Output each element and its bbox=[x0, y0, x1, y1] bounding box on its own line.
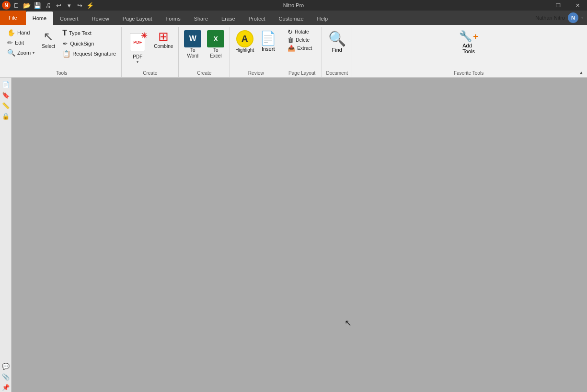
ribbon-group-tools: ✋ Hand ✏ Edit 🔍 Zoom ▾ ↖ Select bbox=[2, 27, 122, 77]
user-avatar: N bbox=[568, 12, 578, 23]
type-text-tool[interactable]: T Type Text bbox=[60, 28, 118, 38]
sidebar-bookmark-icon[interactable]: 🔖 bbox=[1, 90, 11, 100]
tools-items: ✋ Hand ✏ Edit 🔍 Zoom ▾ ↖ Select bbox=[5, 27, 118, 70]
to-excel-btn[interactable]: X ToExcel bbox=[205, 28, 227, 60]
zoom-icon: 🔍 bbox=[7, 49, 15, 57]
user-area[interactable]: Nathan Nitro N ▾ bbox=[535, 12, 583, 23]
document-items: 🔍 Find bbox=[325, 27, 349, 70]
add-tools-btn[interactable]: 🔧 + AddTools bbox=[454, 28, 483, 57]
extract-btn[interactable]: 📤 Extract bbox=[285, 44, 319, 52]
select-icon: ↖ bbox=[43, 30, 54, 43]
select-label: Select bbox=[42, 44, 55, 49]
find-btn[interactable]: 🔍 Find bbox=[325, 28, 349, 55]
insert-icon: 📄 bbox=[260, 30, 276, 46]
to-excel-label: ToExcel bbox=[210, 47, 221, 59]
left-sidebar: 📄 🔖 📏 🔒 💬 📎 📌 bbox=[0, 78, 12, 392]
user-dropdown-arrow: ▾ bbox=[581, 16, 583, 20]
document-group-label: Document bbox=[326, 70, 348, 77]
undo-dropdown-btn[interactable]: ▾ bbox=[64, 1, 74, 10]
tab-protect[interactable]: Protect bbox=[242, 12, 272, 25]
select-btn[interactable]: ↖ Select bbox=[38, 28, 59, 51]
review-group-label: Review bbox=[248, 70, 264, 77]
quicksign-label: QuickSign bbox=[70, 41, 94, 46]
convert-group-label: Create bbox=[197, 70, 211, 77]
tab-convert[interactable]: Convert bbox=[53, 12, 85, 25]
convert-items: W ToWord X ToExcel bbox=[182, 27, 227, 70]
insert-btn[interactable]: 📄 Insert bbox=[257, 28, 279, 54]
page-layout-items: ↻ Rotate 🗑 Delete 📤 Extract bbox=[285, 27, 319, 70]
combine-icon: ⊞ bbox=[158, 30, 169, 43]
page-layout-stack: ↻ Rotate 🗑 Delete 📤 Extract bbox=[285, 28, 319, 52]
type-text-label: Type Text bbox=[69, 30, 92, 36]
sidebar-comment-icon[interactable]: 💬 bbox=[1, 361, 11, 371]
highlight-btn[interactable]: A Highlight bbox=[233, 28, 256, 55]
maximize-btn[interactable]: ❐ bbox=[549, 0, 568, 11]
rotate-btn[interactable]: ↻ Rotate bbox=[285, 28, 319, 36]
sidebar-thumbnail-icon[interactable]: 📄 bbox=[1, 80, 11, 89]
minimize-btn[interactable]: — bbox=[529, 0, 549, 11]
edit-label: Edit bbox=[15, 40, 24, 46]
tools-column-type: T Type Text ✒ QuickSign 📋 Request Signat… bbox=[60, 28, 118, 58]
request-signature-tool[interactable]: 📋 Request Signature bbox=[60, 49, 118, 58]
sidebar-pin-icon[interactable]: 📌 bbox=[1, 382, 11, 392]
edit-icon: ✏ bbox=[7, 39, 13, 46]
tab-share[interactable]: Share bbox=[187, 12, 215, 25]
ribbon-group-page-layout: ↻ Rotate 🗑 Delete 📤 Extract Page Layout bbox=[282, 27, 322, 77]
delete-btn[interactable]: 🗑 Delete bbox=[285, 36, 319, 44]
rotate-label: Rotate bbox=[295, 29, 309, 35]
add-tools-icon: 🔧 bbox=[459, 30, 472, 43]
ribbon-collapse-btn[interactable]: ▲ bbox=[577, 69, 585, 76]
pdf-body: PDF ✳ bbox=[130, 33, 145, 51]
find-icon: 🔍 bbox=[328, 30, 346, 47]
type-text-icon: T bbox=[62, 29, 67, 37]
word-icon: W bbox=[184, 30, 201, 47]
open-btn[interactable]: 📂 bbox=[22, 1, 32, 10]
window-controls: — ❐ ✕ bbox=[529, 0, 587, 11]
extract-icon: 📤 bbox=[288, 45, 295, 52]
tab-file[interactable]: File bbox=[0, 11, 26, 25]
undo-btn[interactable]: ↩ bbox=[54, 1, 63, 10]
favorite-tools-group-label: Favorite Tools bbox=[454, 70, 483, 77]
tab-review[interactable]: Review bbox=[85, 12, 116, 25]
edit-tool[interactable]: ✏ Edit bbox=[5, 38, 37, 47]
favorite-tools-items: 🔧 + AddTools bbox=[454, 27, 483, 70]
hand-tool[interactable]: ✋ Hand bbox=[5, 28, 37, 37]
ribbon-group-create: PDF ✳ PDF ▾ ⊞ Combine Create bbox=[122, 27, 179, 77]
redo-btn[interactable]: ↪ bbox=[75, 1, 84, 10]
customize-qat-btn[interactable]: ⚡ bbox=[85, 1, 95, 10]
tab-help[interactable]: Help bbox=[311, 12, 335, 25]
create-items: PDF ✳ PDF ▾ ⊞ Combine bbox=[125, 27, 175, 70]
tab-home[interactable]: Home bbox=[26, 12, 53, 25]
main-content-area bbox=[12, 78, 587, 392]
tab-page-layout[interactable]: Page Layout bbox=[116, 12, 159, 25]
pdf-btn[interactable]: PDF ✳ PDF ▾ bbox=[125, 28, 150, 66]
quicksign-tool[interactable]: ✒ QuickSign bbox=[60, 39, 118, 48]
ribbon: ✋ Hand ✏ Edit 🔍 Zoom ▾ ↖ Select bbox=[0, 25, 587, 78]
ribbon-group-document: 🔍 Find Document bbox=[322, 27, 352, 77]
request-sig-label: Request Signature bbox=[72, 51, 116, 57]
pdf-icon: PDF ✳ bbox=[127, 30, 148, 54]
save-btn[interactable]: 💾 bbox=[33, 1, 42, 10]
tab-forms[interactable]: Forms bbox=[159, 12, 187, 25]
sidebar-measure-icon[interactable]: 📏 bbox=[1, 101, 11, 110]
pdf-label: PDF bbox=[133, 54, 142, 60]
sidebar-attachment-icon[interactable]: 📎 bbox=[1, 372, 11, 381]
combine-btn[interactable]: ⊞ Combine bbox=[151, 28, 175, 51]
to-word-btn[interactable]: W ToWord bbox=[182, 28, 204, 60]
close-btn[interactable]: ✕ bbox=[568, 0, 587, 11]
review-items: A Highlight 📄 Insert bbox=[233, 27, 279, 70]
tab-erase[interactable]: Erase bbox=[215, 12, 242, 25]
pdf-dropdown-arrow: ▾ bbox=[137, 60, 138, 64]
sidebar-lock-icon[interactable]: 🔒 bbox=[1, 111, 11, 121]
nitro-logo: N bbox=[2, 1, 11, 10]
tools-column-left: ✋ Hand ✏ Edit 🔍 Zoom ▾ bbox=[5, 28, 37, 58]
user-name: Nathan Nitro bbox=[535, 15, 565, 21]
new-file-btn[interactable]: 🗒 bbox=[12, 1, 21, 10]
add-tools-icon-group: 🔧 + bbox=[459, 30, 478, 43]
create-group-label: Create bbox=[143, 70, 157, 77]
quicksign-icon: ✒ bbox=[62, 40, 68, 47]
tab-customize[interactable]: Customize bbox=[272, 12, 311, 25]
delete-label: Delete bbox=[296, 37, 310, 43]
print-btn[interactable]: 🖨 bbox=[43, 1, 53, 10]
zoom-tool[interactable]: 🔍 Zoom ▾ bbox=[5, 48, 37, 58]
